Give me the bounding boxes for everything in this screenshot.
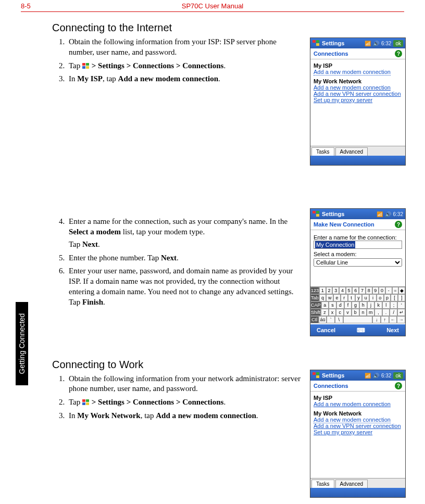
label-select-modem: Select a modem: — [314, 251, 402, 257]
help-icon[interactable]: ? — [395, 382, 402, 389]
sip-key[interactable]: ` — [327, 316, 335, 323]
sip-key[interactable]: j — [367, 301, 375, 309]
sip-key[interactable]: b — [352, 309, 359, 316]
step-5-b: Next — [161, 254, 177, 262]
sip-key[interactable]: h — [359, 301, 367, 309]
sip-key[interactable]: ↑ — [381, 316, 389, 323]
sip-key[interactable]: . — [382, 309, 390, 316]
sip-key[interactable]: z — [321, 309, 329, 316]
sip-key[interactable]: x — [329, 309, 336, 316]
step-5: Enter the phone number. Tap Next. — [67, 253, 302, 263]
sip-key[interactable]: / — [390, 309, 397, 316]
link-add-modem-isp[interactable]: Add a new modem connection — [314, 401, 391, 407]
sip-key[interactable]: c — [336, 309, 344, 316]
step-3-d: Add a new modem connection — [118, 74, 219, 83]
sip-key[interactable]: ' — [397, 301, 405, 309]
sip-key[interactable]: ← — [389, 316, 397, 323]
screenshot-new-connection: Settings 📶 🔊 6:32 Make New Connection ? … — [310, 208, 406, 336]
sip-key[interactable]: ↓ — [372, 316, 381, 323]
ok-button[interactable]: ok — [393, 40, 403, 47]
link-add-modem-work[interactable]: Add a new modem connection — [314, 84, 391, 91]
sip-key[interactable]: Tab — [310, 294, 319, 301]
sip-key[interactable]: ] — [398, 294, 405, 301]
sip-key[interactable]: Ctl — [310, 316, 319, 323]
start-icon — [82, 63, 90, 69]
sip-key[interactable]: 6 — [352, 287, 359, 294]
wm-title: Settings — [322, 372, 344, 379]
wm-title: Settings — [322, 40, 344, 46]
sip-key[interactable]: n — [359, 309, 367, 316]
sip-key[interactable]: t — [348, 294, 355, 301]
sip-key[interactable]: CAP — [310, 301, 321, 309]
sip-key[interactable]: [ — [391, 294, 398, 301]
link-add-modem-isp[interactable]: Add a new modem connection — [314, 69, 391, 75]
sip-key[interactable]: ↵ — [397, 309, 405, 316]
start-icon[interactable] — [312, 211, 320, 217]
soft-keyboard[interactable]: 1231234567890-=◆Tabqwertyuiop[]CAPasdfgh… — [310, 286, 405, 323]
sip-key[interactable] — [343, 316, 373, 323]
tab-bar: Tasks Advanced — [310, 146, 405, 156]
sip-key[interactable]: g — [352, 301, 359, 309]
select-modem[interactable]: Cellular Line — [314, 258, 402, 267]
sip-key[interactable]: = — [392, 287, 399, 294]
link-proxy[interactable]: Set up my proxy server — [314, 429, 372, 435]
sip-key[interactable]: q — [319, 294, 327, 301]
sip-key[interactable]: p — [384, 294, 391, 301]
sip-key[interactable]: - — [385, 287, 392, 294]
group-my-work: My Work Network — [314, 78, 402, 84]
tab-advanced[interactable]: Advanced — [335, 480, 368, 488]
sip-key[interactable]: k — [374, 301, 382, 309]
sip-key[interactable]: 7 — [359, 287, 366, 294]
sip-toggle-icon[interactable]: ⌨ — [357, 327, 365, 334]
sip-key[interactable]: w — [326, 294, 333, 301]
step-4-b: Select a modem — [69, 228, 121, 236]
ok-button[interactable]: ok — [393, 372, 403, 379]
label-conn-name: Enter a name for the connection: — [314, 234, 402, 241]
softkey-cancel[interactable]: Cancel — [317, 327, 335, 333]
sip-key[interactable]: 8 — [366, 287, 372, 294]
group-my-isp: My ISP — [314, 395, 402, 401]
sip-key[interactable]: a — [321, 301, 329, 309]
sip-key[interactable]: 3 — [332, 287, 339, 294]
work-step-2: Tap > Settings > Connections > Connectio… — [67, 397, 302, 408]
start-icon[interactable] — [312, 372, 320, 379]
sip-key[interactable]: ; — [390, 301, 398, 309]
sip-key[interactable]: 5 — [346, 287, 353, 294]
tab-tasks[interactable]: Tasks — [311, 480, 334, 488]
sip-key[interactable]: y — [355, 294, 362, 301]
tab-tasks[interactable]: Tasks — [311, 147, 334, 156]
sip-key[interactable]: 1 — [319, 287, 326, 294]
input-conn-name[interactable]: My Connection — [314, 241, 402, 249]
softkey-next[interactable]: Next — [386, 327, 399, 333]
sip-key[interactable]: 123 — [310, 287, 319, 294]
link-add-vpn[interactable]: Add a new VPN server connection — [314, 91, 401, 97]
sip-key[interactable]: 4 — [339, 287, 346, 294]
sip-key[interactable]: f — [344, 301, 352, 309]
sip-key[interactable]: \ — [335, 316, 343, 323]
help-icon[interactable]: ? — [395, 50, 402, 57]
sip-key[interactable]: r — [341, 294, 348, 301]
sip-key[interactable]: áü — [319, 316, 327, 323]
link-proxy[interactable]: Set up my proxy server — [314, 97, 372, 103]
sip-key[interactable]: l — [382, 301, 390, 309]
sip-key[interactable]: , — [374, 309, 382, 316]
sip-key[interactable]: 2 — [326, 287, 333, 294]
sip-key[interactable]: i — [369, 294, 377, 301]
sip-key[interactable]: 0 — [379, 287, 385, 294]
start-icon[interactable] — [312, 40, 320, 46]
sip-key[interactable]: d — [336, 301, 344, 309]
tab-advanced[interactable]: Advanced — [335, 147, 368, 156]
sip-key[interactable]: Shift — [310, 309, 321, 316]
link-add-vpn[interactable]: Add a new VPN server connection — [314, 423, 401, 429]
sip-key[interactable]: u — [362, 294, 369, 301]
sip-key[interactable]: → — [397, 316, 405, 323]
help-icon[interactable]: ? — [395, 221, 402, 228]
sip-key[interactable]: v — [344, 309, 352, 316]
sip-key[interactable]: m — [367, 309, 374, 316]
sip-key[interactable]: o — [377, 294, 384, 301]
sip-key[interactable]: s — [329, 301, 336, 309]
sip-key[interactable]: 9 — [372, 287, 379, 294]
step-2-pre: Tap — [69, 61, 82, 70]
sip-key[interactable]: ◆ — [398, 287, 405, 294]
sip-key[interactable]: e — [333, 294, 341, 301]
